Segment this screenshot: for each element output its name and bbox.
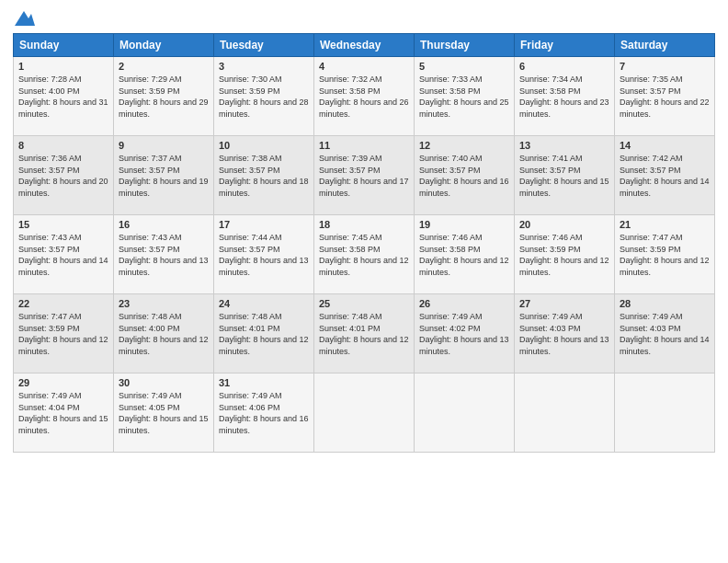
calendar-week-row: 8Sunrise: 7:36 AMSunset: 3:57 PMDaylight…	[14, 136, 715, 215]
day-number: 25	[319, 298, 409, 309]
day-number: 19	[419, 219, 509, 230]
day-number: 27	[519, 298, 609, 309]
table-row: 1Sunrise: 7:28 AMSunset: 4:00 PMDaylight…	[14, 57, 114, 136]
day-info: Sunrise: 7:42 AMSunset: 3:57 PMDaylight:…	[620, 153, 710, 199]
day-number: 31	[219, 377, 309, 388]
day-info: Sunrise: 7:29 AMSunset: 3:59 PMDaylight:…	[119, 74, 209, 120]
calendar-week-row: 29Sunrise: 7:49 AMSunset: 4:04 PMDayligh…	[14, 373, 715, 453]
page-container: Sunday Monday Tuesday Wednesday Thursday…	[0, 0, 728, 460]
table-row: 22Sunrise: 7:47 AMSunset: 3:59 PMDayligh…	[14, 294, 114, 373]
table-row: 26Sunrise: 7:49 AMSunset: 4:02 PMDayligh…	[415, 294, 515, 373]
day-info: Sunrise: 7:44 AMSunset: 3:57 PMDaylight:…	[219, 232, 309, 278]
table-row: 12Sunrise: 7:40 AMSunset: 3:57 PMDayligh…	[415, 136, 515, 215]
day-number: 22	[18, 298, 108, 309]
day-number: 16	[119, 219, 209, 230]
table-row	[615, 373, 715, 453]
day-info: Sunrise: 7:49 AMSunset: 4:06 PMDaylight:…	[219, 390, 309, 436]
logo	[13, 9, 35, 26]
day-info: Sunrise: 7:43 AMSunset: 3:57 PMDaylight:…	[18, 232, 108, 278]
day-info: Sunrise: 7:49 AMSunset: 4:03 PMDaylight:…	[620, 311, 710, 357]
header-wednesday: Wednesday	[314, 34, 415, 57]
day-number: 13	[519, 140, 609, 151]
header-sunday: Sunday	[14, 34, 114, 57]
table-row: 4Sunrise: 7:32 AMSunset: 3:58 PMDaylight…	[314, 57, 415, 136]
day-number: 4	[319, 61, 409, 72]
table-row: 30Sunrise: 7:49 AMSunset: 4:05 PMDayligh…	[114, 373, 214, 453]
day-info: Sunrise: 7:38 AMSunset: 3:57 PMDaylight:…	[219, 153, 309, 199]
day-number: 6	[519, 61, 609, 72]
day-info: Sunrise: 7:41 AMSunset: 3:57 PMDaylight:…	[519, 153, 609, 199]
day-info: Sunrise: 7:49 AMSunset: 4:04 PMDaylight:…	[18, 390, 108, 436]
table-row: 17Sunrise: 7:44 AMSunset: 3:57 PMDayligh…	[214, 215, 314, 294]
day-info: Sunrise: 7:32 AMSunset: 3:58 PMDaylight:…	[319, 74, 409, 120]
day-number: 15	[18, 219, 108, 230]
day-number: 7	[620, 61, 710, 72]
table-row: 31Sunrise: 7:49 AMSunset: 4:06 PMDayligh…	[214, 373, 314, 453]
calendar-week-row: 15Sunrise: 7:43 AMSunset: 3:57 PMDayligh…	[14, 215, 715, 294]
day-info: Sunrise: 7:28 AMSunset: 4:00 PMDaylight:…	[18, 74, 108, 120]
day-number: 28	[620, 298, 710, 309]
day-number: 10	[219, 140, 309, 151]
table-row	[515, 373, 615, 453]
day-number: 2	[119, 61, 209, 72]
day-info: Sunrise: 7:39 AMSunset: 3:57 PMDaylight:…	[319, 153, 409, 199]
day-info: Sunrise: 7:45 AMSunset: 3:58 PMDaylight:…	[319, 232, 409, 278]
day-number: 1	[18, 61, 108, 72]
day-info: Sunrise: 7:49 AMSunset: 4:03 PMDaylight:…	[519, 311, 609, 357]
day-info: Sunrise: 7:46 AMSunset: 3:59 PMDaylight:…	[519, 232, 609, 278]
table-row: 25Sunrise: 7:48 AMSunset: 4:01 PMDayligh…	[314, 294, 415, 373]
day-number: 9	[119, 140, 209, 151]
table-row: 5Sunrise: 7:33 AMSunset: 3:58 PMDaylight…	[415, 57, 515, 136]
day-info: Sunrise: 7:43 AMSunset: 3:57 PMDaylight:…	[119, 232, 209, 278]
table-row: 11Sunrise: 7:39 AMSunset: 3:57 PMDayligh…	[314, 136, 415, 215]
day-info: Sunrise: 7:37 AMSunset: 3:57 PMDaylight:…	[119, 153, 209, 199]
day-number: 8	[18, 140, 108, 151]
table-row: 7Sunrise: 7:35 AMSunset: 3:57 PMDaylight…	[615, 57, 715, 136]
table-row	[314, 373, 415, 453]
table-row: 13Sunrise: 7:41 AMSunset: 3:57 PMDayligh…	[515, 136, 615, 215]
day-number: 17	[219, 219, 309, 230]
calendar-week-row: 1Sunrise: 7:28 AMSunset: 4:00 PMDaylight…	[14, 57, 715, 136]
day-info: Sunrise: 7:35 AMSunset: 3:57 PMDaylight:…	[620, 74, 710, 120]
day-info: Sunrise: 7:46 AMSunset: 3:58 PMDaylight:…	[419, 232, 509, 278]
header-thursday: Thursday	[415, 34, 515, 57]
table-row: 20Sunrise: 7:46 AMSunset: 3:59 PMDayligh…	[515, 215, 615, 294]
day-number: 23	[119, 298, 209, 309]
table-row: 14Sunrise: 7:42 AMSunset: 3:57 PMDayligh…	[615, 136, 715, 215]
table-row: 19Sunrise: 7:46 AMSunset: 3:58 PMDayligh…	[415, 215, 515, 294]
day-info: Sunrise: 7:40 AMSunset: 3:57 PMDaylight:…	[419, 153, 509, 199]
day-number: 12	[419, 140, 509, 151]
table-row: 6Sunrise: 7:34 AMSunset: 3:58 PMDaylight…	[515, 57, 615, 136]
day-number: 30	[119, 377, 209, 388]
table-row: 29Sunrise: 7:49 AMSunset: 4:04 PMDayligh…	[14, 373, 114, 453]
table-row: 16Sunrise: 7:43 AMSunset: 3:57 PMDayligh…	[114, 215, 214, 294]
day-number: 21	[620, 219, 710, 230]
day-info: Sunrise: 7:49 AMSunset: 4:05 PMDaylight:…	[119, 390, 209, 436]
day-info: Sunrise: 7:48 AMSunset: 4:01 PMDaylight:…	[219, 311, 309, 357]
table-row: 23Sunrise: 7:48 AMSunset: 4:00 PMDayligh…	[114, 294, 214, 373]
table-row: 24Sunrise: 7:48 AMSunset: 4:01 PMDayligh…	[214, 294, 314, 373]
day-info: Sunrise: 7:49 AMSunset: 4:02 PMDaylight:…	[419, 311, 509, 357]
table-row: 2Sunrise: 7:29 AMSunset: 3:59 PMDaylight…	[114, 57, 214, 136]
header-tuesday: Tuesday	[214, 34, 314, 57]
day-info: Sunrise: 7:36 AMSunset: 3:57 PMDaylight:…	[18, 153, 108, 199]
header-saturday: Saturday	[615, 34, 715, 57]
day-number: 5	[419, 61, 509, 72]
logo-bird-icon	[15, 9, 35, 26]
day-number: 24	[219, 298, 309, 309]
day-number: 29	[18, 377, 108, 388]
table-row: 10Sunrise: 7:38 AMSunset: 3:57 PMDayligh…	[214, 136, 314, 215]
day-info: Sunrise: 7:34 AMSunset: 3:58 PMDaylight:…	[519, 74, 609, 120]
table-row: 8Sunrise: 7:36 AMSunset: 3:57 PMDaylight…	[14, 136, 114, 215]
svg-marker-0	[15, 11, 35, 26]
table-row: 3Sunrise: 7:30 AMSunset: 3:59 PMDaylight…	[214, 57, 314, 136]
table-row: 21Sunrise: 7:47 AMSunset: 3:59 PMDayligh…	[615, 215, 715, 294]
day-number: 20	[519, 219, 609, 230]
day-info: Sunrise: 7:48 AMSunset: 4:00 PMDaylight:…	[119, 311, 209, 357]
table-row: 9Sunrise: 7:37 AMSunset: 3:57 PMDaylight…	[114, 136, 214, 215]
calendar-week-row: 22Sunrise: 7:47 AMSunset: 3:59 PMDayligh…	[14, 294, 715, 373]
header	[13, 9, 715, 26]
table-row	[415, 373, 515, 453]
table-row: 15Sunrise: 7:43 AMSunset: 3:57 PMDayligh…	[14, 215, 114, 294]
day-info: Sunrise: 7:30 AMSunset: 3:59 PMDaylight:…	[219, 74, 309, 120]
